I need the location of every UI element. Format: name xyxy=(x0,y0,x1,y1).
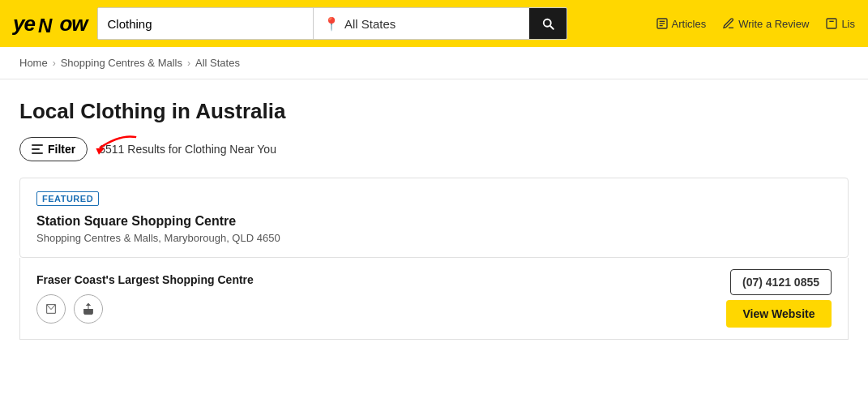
listing-actions-right: (07) 4121 0855 View Website xyxy=(726,269,832,328)
main-content: Local Clothing in Australia Filter 6511 … xyxy=(0,79,868,340)
listing-card-featured: FEATURED Station Square Shopping Centre … xyxy=(19,178,849,258)
meta-separator: , xyxy=(158,232,164,244)
results-count-text: 6511 Results for Clothing Near You xyxy=(99,143,276,156)
share-icon xyxy=(82,302,95,315)
view-website-button[interactable]: View Website xyxy=(726,300,832,328)
listing-category: Shopping Centres & Malls xyxy=(36,232,158,244)
search-what-input[interactable] xyxy=(98,8,314,39)
breadcrumb-sep-1: › xyxy=(53,58,56,69)
write-review-label: Write a Review xyxy=(738,18,809,30)
search-where-container: 📍 All States xyxy=(314,8,529,39)
list-nav-item[interactable]: Lis xyxy=(825,17,855,30)
filter-icon xyxy=(32,144,43,154)
listing-lower-left: Fraser Coast's Largest Shopping Centre xyxy=(36,273,254,324)
articles-label: Articles xyxy=(672,18,707,30)
article-icon xyxy=(656,17,669,30)
svg-rect-6 xyxy=(827,19,836,28)
header-nav: Articles Write a Review Lis xyxy=(656,17,855,30)
filter-row: Filter 6511 Results for Clothing Near Yo… xyxy=(19,137,849,161)
breadcrumb: Home › Shopping Centres & Malls › All St… xyxy=(0,47,868,79)
list-icon xyxy=(825,17,838,30)
filter-label: Filter xyxy=(48,143,75,156)
page-title: Local Clothing in Australia xyxy=(19,99,849,124)
search-bar: 📍 All States xyxy=(97,7,567,40)
listing-action-icons xyxy=(36,294,254,324)
header: ye N ow 📍 All States Articl xyxy=(0,0,868,47)
breadcrumb-category[interactable]: Shopping Centres & Malls xyxy=(61,57,182,69)
logo-text: ye N ow xyxy=(13,11,88,36)
breadcrumb-home[interactable]: Home xyxy=(19,57,48,69)
search-icon xyxy=(541,16,555,31)
breadcrumb-location: All States xyxy=(195,57,240,69)
articles-nav-item[interactable]: Articles xyxy=(656,17,707,30)
listing-business-name: Station Square Shopping Centre xyxy=(36,214,832,229)
location-icon: 📍 xyxy=(323,16,340,32)
list-label: Lis xyxy=(841,18,855,30)
listing-card-lower: Fraser Coast's Largest Shopping Centre xyxy=(19,258,849,340)
breadcrumb-sep-2: › xyxy=(187,58,190,69)
logo-icon: N xyxy=(38,15,56,36)
logo[interactable]: ye N ow xyxy=(13,11,88,36)
listing-meta: Shopping Centres & Malls, Maryborough, Q… xyxy=(36,232,832,244)
write-review-nav-item[interactable]: Write a Review xyxy=(722,17,809,30)
listing-tagline: Fraser Coast's Largest Shopping Centre xyxy=(36,273,254,286)
share-button[interactable] xyxy=(74,294,103,324)
featured-badge: FEATURED xyxy=(36,191,99,206)
svg-text:N: N xyxy=(38,15,53,36)
write-review-icon xyxy=(722,17,735,30)
listing-location: Maryborough, QLD 4650 xyxy=(165,232,280,244)
search-button[interactable] xyxy=(529,8,567,39)
filter-button[interactable]: Filter xyxy=(19,137,88,161)
search-where-text: All States xyxy=(344,17,396,31)
email-icon xyxy=(45,302,58,315)
email-button[interactable] xyxy=(36,294,66,324)
phone-button[interactable]: (07) 4121 0855 xyxy=(730,269,832,295)
